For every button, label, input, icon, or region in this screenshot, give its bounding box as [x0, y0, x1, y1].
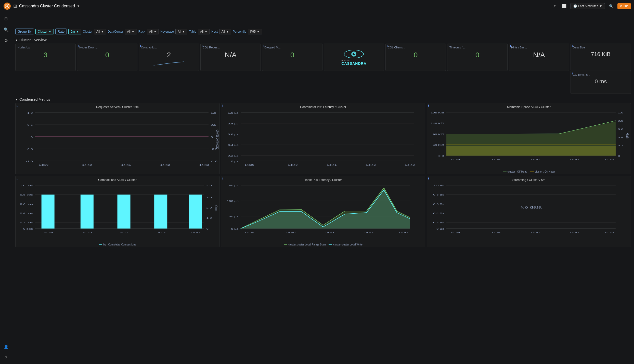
cassandra-logo: Apache CASSANDRA	[341, 49, 366, 66]
info-icon[interactable]: ℹ	[428, 177, 429, 180]
top-navigation: ⊞ Cassandra Cluster Condensed ▼ ↗ ⬜ 🕐 La…	[0, 0, 634, 12]
charts-bottom-row: ℹ Compactions All.All / Cluster 1.0 bps …	[15, 176, 631, 247]
rate-filter-label[interactable]: Rate	[55, 29, 67, 34]
stat-panels-row-2: ℹ GC Time / 5... 0 ms	[15, 71, 631, 94]
local-range-color	[284, 244, 287, 245]
legend-compactions: by : Completed Compactions	[99, 243, 136, 246]
keyspace-dropdown[interactable]: All ▼	[175, 29, 187, 34]
nav-left: ⊞ Cassandra Cluster Condensed ▼	[3, 2, 80, 10]
svg-text:1.0 Bs: 1.0 Bs	[433, 184, 444, 187]
cluster-dropdown[interactable]: All ▼	[94, 29, 106, 34]
datacenter-chevron-icon: ▼	[132, 30, 135, 33]
svg-text:14:43: 14:43	[604, 231, 614, 234]
time-range-button[interactable]: 🕐 Last 5 minutes ▼	[571, 3, 605, 9]
table-chevron-icon: ▼	[204, 30, 208, 33]
compaction-value: 2	[141, 51, 197, 59]
info-icon[interactable]: ℹ	[222, 104, 223, 107]
info-icon[interactable]: ℹ	[17, 177, 18, 180]
svg-text:-0.5: -0.5	[26, 148, 33, 150]
datacenter-dropdown[interactable]: All ▼	[125, 29, 137, 34]
sidebar-settings-icon[interactable]: ⚙	[2, 36, 10, 45]
coordinator-latency-title: Coordinator P95 Latency / Cluster	[223, 105, 423, 109]
refresh-button[interactable]: ↺ 30s	[617, 3, 631, 9]
svg-text:14:41: 14:41	[121, 163, 131, 166]
svg-text:1.0: 1.0	[618, 111, 623, 114]
info-icon[interactable]: ℹ	[17, 45, 18, 48]
table-dropdown[interactable]: All ▼	[198, 29, 210, 34]
percentile-chevron-icon: ▼	[257, 30, 260, 33]
svg-text:14:40: 14:40	[491, 158, 501, 161]
info-icon[interactable]: ℹ	[17, 104, 18, 107]
svg-text:3.0: 3.0	[206, 196, 212, 199]
compactions-chart: ℹ Compactions All.All / Cluster 1.0 bps …	[15, 176, 219, 247]
info-icon[interactable]: ℹ	[222, 177, 223, 180]
svg-text:98 KiB: 98 KiB	[433, 133, 444, 136]
info-icon[interactable]: ℹ	[387, 45, 388, 48]
host-dropdown[interactable]: All ▼	[219, 29, 231, 34]
main-content: Group By Cluster ▼ Rate 5m ▼ Cluster All…	[12, 24, 634, 364]
legend-off-heap: cluster : Off Heap	[503, 170, 527, 173]
svg-text:14:41: 14:41	[531, 158, 540, 161]
svg-text:0: 0	[31, 136, 33, 138]
tv-mode-button[interactable]: ⬜	[560, 3, 568, 9]
cql-clients-panel: ℹ CQL Clients... 0	[385, 44, 446, 71]
requests-served-title: Requests Served / Cluster / 5m	[18, 105, 217, 109]
cluster-overview-section-header[interactable]: ▼ Cluster Overview	[15, 36, 631, 44]
info-icon[interactable]: ℹ	[140, 45, 141, 48]
svg-text:0.4: 0.4	[618, 136, 623, 139]
sidebar-help-icon[interactable]: ?	[3, 353, 9, 362]
svg-text:0.2 bps: 0.2 bps	[20, 221, 33, 224]
svg-text:0: 0	[206, 228, 209, 230]
grafana-logo-icon	[3, 2, 11, 10]
hints-value: N/A	[511, 51, 567, 59]
condensed-metrics-title: Condensed Metrics	[19, 97, 50, 101]
hints-title: Hints / 5m ...	[511, 46, 567, 49]
percentile-dropdown[interactable]: P95 ▼	[248, 29, 262, 34]
info-icon[interactable]: ℹ	[510, 45, 511, 48]
sidebar-search-icon[interactable]: 🔍	[2, 25, 11, 34]
info-icon[interactable]: ℹ	[572, 45, 573, 48]
info-icon[interactable]: ℹ	[263, 45, 264, 48]
info-icon[interactable]: ℹ	[572, 72, 573, 75]
off-heap-label: cluster : Off Heap	[508, 170, 527, 173]
sidebar-home-icon[interactable]: ⊞	[2, 14, 10, 23]
share-button[interactable]: ↗	[551, 3, 558, 9]
group-by-dropdown[interactable]: Cluster ▼	[35, 29, 54, 34]
search-button[interactable]: 🔍	[607, 3, 615, 9]
dashboard-dropdown-icon[interactable]: ▼	[77, 4, 80, 8]
sidebar-user-icon[interactable]: 👤	[2, 342, 11, 351]
svg-text:195 KiB: 195 KiB	[431, 111, 444, 114]
svg-text:0.4 bps: 0.4 bps	[20, 212, 33, 215]
table-filter-label: Table	[189, 30, 196, 33]
clock-icon: 🕐	[573, 4, 577, 8]
info-icon[interactable]: ℹ	[202, 45, 203, 48]
keyspace-filter-label: Keyspace	[160, 30, 174, 33]
cassandra-eye-icon	[344, 49, 364, 59]
timeouts-title: Timeouts / ...	[449, 46, 505, 49]
svg-text:14:39: 14:39	[450, 231, 460, 234]
group-by-filter-label[interactable]: Group By	[15, 29, 34, 34]
legend-on-heap: cluster : On Heap	[530, 170, 555, 173]
svg-text:0 bps: 0 bps	[23, 228, 33, 230]
svg-point-2	[6, 5, 8, 7]
svg-text:1.0: 1.0	[211, 111, 216, 114]
compactions-title: Compactions All.All / Cluster	[18, 178, 217, 182]
info-icon[interactable]: ℹ	[448, 45, 449, 48]
svg-text:0.5: 0.5	[211, 123, 216, 126]
info-icon[interactable]: ℹ	[428, 104, 429, 107]
info-icon[interactable]: ℹ	[78, 45, 79, 48]
svg-rect-89	[42, 194, 55, 228]
memtable-legend: cluster : Off Heap cluster : On Heap	[429, 170, 629, 173]
condensed-metrics-section-header[interactable]: ▼ Condensed Metrics	[15, 96, 631, 103]
rate-dropdown[interactable]: 5m ▼	[68, 29, 81, 34]
nav-menu-icon[interactable]: ⊞	[13, 3, 17, 9]
svg-text:14:43: 14:43	[199, 163, 209, 166]
svg-text:4.0: 4.0	[206, 184, 212, 187]
section-chevron-icon-2: ▼	[15, 98, 18, 101]
apache-label: Apache	[341, 59, 350, 61]
memtable-space-chart: ℹ Memtable Space All.All / Cluster 195 K…	[427, 103, 631, 174]
svg-text:0.8 bps: 0.8 bps	[20, 194, 33, 196]
data-size-value: 716 KiB	[573, 51, 629, 58]
rack-dropdown[interactable]: All ▼	[147, 29, 159, 34]
cluster-overview-title: Cluster Overview	[19, 38, 47, 42]
